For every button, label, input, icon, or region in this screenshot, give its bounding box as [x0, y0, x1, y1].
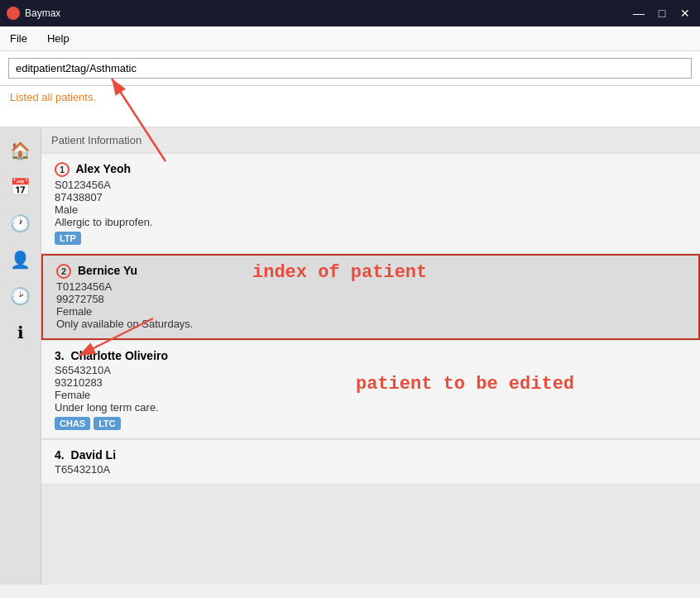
status-bar: Listed all patients. — [0, 86, 700, 127]
badge-chas-3: CHAS — [55, 417, 90, 430]
patient-2-notes: Only available on Saturdays. — [56, 318, 685, 330]
patient-3-index: 3. — [55, 349, 65, 362]
app-icon — [7, 7, 20, 20]
sidebar-item-clock[interactable]: 🕐 — [4, 207, 37, 240]
patient-2-phone: 99272758 — [56, 293, 685, 305]
patient-3-gender: Female — [55, 389, 687, 401]
sidebar: 🏠 📅 🕐 👤 🕑 ℹ — [0, 127, 41, 585]
patient-4-index: 4. — [55, 448, 65, 462]
sidebar-item-user[interactable]: 👤 — [4, 243, 37, 276]
main-layout: 🏠 📅 🕐 👤 🕑 ℹ Patient Information 1 Alex Y… — [0, 127, 700, 585]
section-header: Patient Information — [41, 127, 700, 153]
menu-bar: File Help — [0, 26, 700, 51]
patient-2-id: T0123456A — [56, 280, 685, 293]
patient-3-notes: Under long term care. — [55, 401, 687, 414]
sidebar-item-info[interactable]: ℹ — [4, 316, 37, 349]
patient-3-badges: CHAS LTC — [55, 417, 687, 430]
patient-2-name: 2 Bernice Yu — [56, 264, 685, 279]
url-input[interactable] — [8, 58, 692, 79]
patient-1-gender: Male — [55, 203, 687, 216]
patient-1-notes: Allergic to ibuprofen. — [55, 216, 687, 228]
patient-card-2[interactable]: 2 Bernice Yu T0123456A 99272758 Female O… — [41, 254, 700, 340]
patient-1-badges: LTP — [55, 232, 687, 245]
content-area: Patient Information 1 Alex Yeoh S0123456… — [41, 127, 700, 585]
app-title: Baymax — [25, 7, 60, 19]
title-bar: Baymax — □ ✕ — [0, 0, 700, 26]
patient-card-4[interactable]: 4. David Li T6543210A — [41, 439, 700, 485]
patient-4-id: T6543210A — [55, 463, 687, 476]
menu-file[interactable]: File — [7, 31, 31, 46]
badge-ltc-3: LTC — [93, 417, 121, 430]
maximize-button[interactable]: □ — [654, 7, 670, 19]
patient-3-phone: 93210283 — [55, 376, 687, 389]
badge-ltp-1: LTP — [55, 232, 81, 245]
patient-1-index: 1 — [55, 162, 70, 177]
sidebar-item-home[interactable]: 🏠 — [4, 134, 37, 167]
menu-help[interactable]: Help — [44, 31, 73, 46]
title-bar-left: Baymax — [7, 7, 60, 20]
patient-2-index: 2 — [56, 264, 71, 279]
title-bar-controls: — □ ✕ — [630, 7, 693, 19]
patient-3-name: 3. Charlotte Oliveiro — [55, 349, 687, 362]
close-button[interactable]: ✕ — [677, 7, 693, 19]
patient-card-3[interactable]: 3. Charlotte Oliveiro S6543210A 93210283… — [41, 340, 700, 439]
sidebar-item-schedule[interactable]: 🕑 — [4, 280, 37, 313]
patient-1-phone: 87438807 — [55, 191, 687, 203]
minimize-button[interactable]: — — [630, 7, 647, 19]
patient-card-1[interactable]: 1 Alex Yeoh S0123456A 87438807 Male Alle… — [41, 153, 700, 254]
patient-3-id: S6543210A — [55, 364, 687, 376]
patient-1-id: S0123456A — [55, 179, 687, 191]
status-text: Listed all patients. — [10, 91, 96, 103]
url-bar-container — [0, 51, 700, 86]
patient-1-name: 1 Alex Yeoh — [55, 162, 687, 177]
patient-2-gender: Female — [56, 305, 685, 318]
sidebar-item-calendar[interactable]: 📅 — [4, 170, 37, 203]
patient-4-name: 4. David Li — [55, 448, 687, 462]
